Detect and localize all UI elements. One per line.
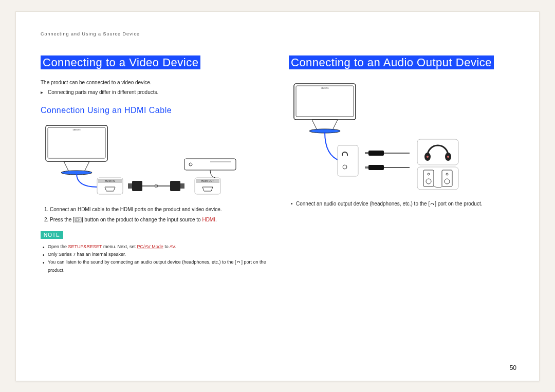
step-1: Connect an HDMI cable to the HDMI ports … xyxy=(50,206,268,214)
note-item-3: You can listen to the sound by connectin… xyxy=(41,258,268,274)
hdmi-steps: Connect an HDMI cable to the HDMI ports … xyxy=(41,206,268,224)
headphone-port-icon xyxy=(236,259,241,265)
intro-bullet-item: Connecting parts may differ in different… xyxy=(41,88,268,97)
source-button-icon xyxy=(75,217,82,222)
svg-point-35 xyxy=(447,156,449,158)
svg-rect-10 xyxy=(128,183,132,189)
section-heading-audio: Connecting to an Audio Output Device xyxy=(289,55,494,69)
intro-bullets: Connecting parts may differ in different… xyxy=(41,88,268,97)
svg-rect-1 xyxy=(48,127,105,158)
svg-text:SAMSUNG: SAMSUNG xyxy=(72,129,81,131)
svg-rect-31 xyxy=(417,139,458,165)
svg-point-5 xyxy=(189,163,192,166)
subsection-heading-hdmi: Connection Using an HDMI Cable xyxy=(41,106,268,115)
hdmi-connection-diagram: SAMSUNG HDMI IN xyxy=(41,120,268,199)
left-column: Connecting to a Video Device The product… xyxy=(41,55,268,276)
svg-rect-23 xyxy=(338,145,358,176)
note-item-2: Only Series 7 has an internal speaker. xyxy=(41,251,268,258)
svg-rect-25 xyxy=(368,151,384,156)
breadcrumb: Connecting and Using a Source Device xyxy=(41,31,516,36)
svg-rect-26 xyxy=(365,152,368,154)
note-bullets: Open the SETUP&RESET menu. Next, set PC/… xyxy=(41,243,268,274)
manual-page: Connecting and Using a Source Device Con… xyxy=(15,11,540,381)
svg-rect-9 xyxy=(132,181,142,191)
page-number: 50 xyxy=(510,364,516,371)
hdmi-in-label: HDMI IN xyxy=(105,179,115,182)
svg-rect-18 xyxy=(76,219,79,221)
audio-bullet-item: Connect an audio output device (headphon… xyxy=(289,200,516,208)
two-column-layout: Connecting to a Video Device The product… xyxy=(41,55,516,276)
right-column: Connecting to an Audio Output Device SAM… xyxy=(289,55,516,276)
note-badge: NOTE xyxy=(41,231,63,239)
svg-rect-28 xyxy=(368,165,384,170)
hdmi-out-label: HDMI OUT xyxy=(201,179,214,182)
step-2: Press the [] button on the product to ch… xyxy=(50,216,268,224)
svg-rect-14 xyxy=(180,183,184,189)
svg-rect-29 xyxy=(365,166,368,169)
svg-point-34 xyxy=(427,156,429,158)
note-item-1: Open the SETUP&RESET menu. Next, set PC/… xyxy=(41,243,268,251)
section-heading-video: Connecting to a Video Device xyxy=(41,55,200,69)
intro-paragraph: The product can be connected to a video … xyxy=(41,79,268,86)
audio-connection-diagram: SAMSUNG xyxy=(289,79,516,194)
svg-rect-20 xyxy=(296,86,354,117)
audio-bullets: Connect an audio output device (headphon… xyxy=(289,200,516,208)
svg-rect-13 xyxy=(170,181,180,191)
hdmi-red-text: HDMI xyxy=(202,217,215,222)
svg-text:SAMSUNG: SAMSUNG xyxy=(321,87,329,89)
headphone-port-icon xyxy=(430,201,435,207)
